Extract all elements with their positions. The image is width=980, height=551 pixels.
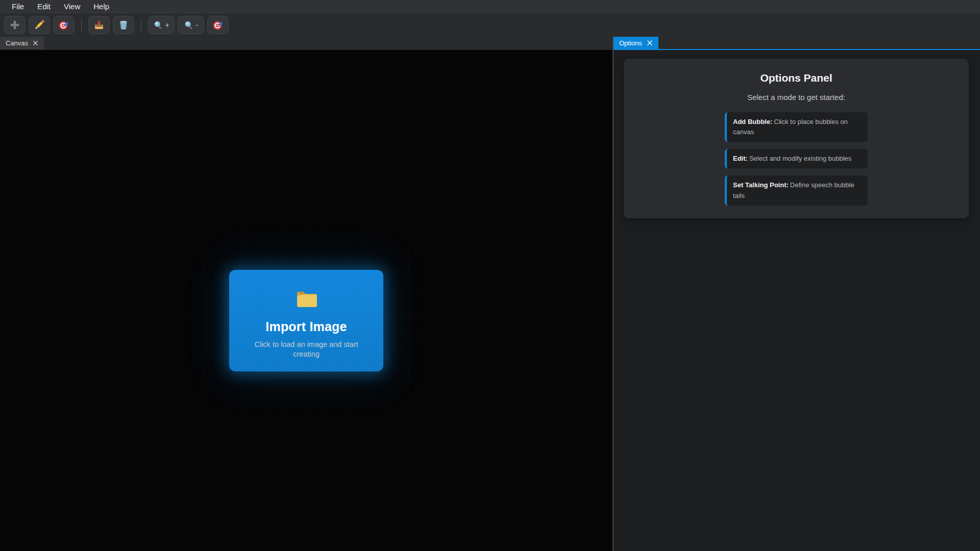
options-panel-subtitle: Select a mode to get started: bbox=[747, 93, 845, 102]
menu-file[interactable]: File bbox=[5, 0, 31, 13]
import-card-title: Import Image bbox=[265, 319, 347, 334]
canvas-tabstrip: Canvas bbox=[0, 37, 612, 50]
mode-edit: Edit:Select and modify existing bubbles bbox=[725, 149, 868, 168]
options-panel-body: Options Panel Select a mode to get start… bbox=[614, 50, 980, 551]
mode-add-bubble: Add Bubble:Click to place bubbles on can… bbox=[725, 112, 868, 142]
import-card-subtitle: Click to load an image and start creatin… bbox=[249, 340, 363, 360]
app-window: File Edit View Help bbox=[0, 0, 980, 551]
toolbar-separator bbox=[81, 18, 82, 32]
edit-mode-button[interactable] bbox=[29, 16, 50, 34]
mode-set-talking-point-label: Set Talking Point: bbox=[733, 181, 789, 189]
drawing-canvas[interactable]: Import Image Click to load an image and … bbox=[0, 50, 612, 551]
canvas-pane: Canvas Import Image bbox=[0, 37, 612, 551]
tab-canvas[interactable]: Canvas bbox=[0, 37, 44, 49]
mode-list: Add Bubble:Click to place bubbles on can… bbox=[725, 112, 868, 206]
close-icon[interactable] bbox=[647, 40, 653, 46]
target-icon bbox=[212, 19, 224, 31]
toolbar-separator bbox=[141, 18, 141, 32]
mode-edit-label: Edit: bbox=[733, 155, 748, 162]
talking-point-button[interactable] bbox=[53, 16, 75, 34]
zoom-out-button[interactable]: - bbox=[178, 16, 204, 34]
zoom-in-label: + bbox=[165, 21, 169, 29]
tab-options[interactable]: Options bbox=[614, 37, 658, 49]
add-bubble-button[interactable] bbox=[4, 16, 26, 34]
toolbar: + - bbox=[0, 13, 980, 37]
main-split: Canvas Import Image bbox=[0, 37, 980, 551]
menu-edit[interactable]: Edit bbox=[31, 0, 57, 13]
options-card: Options Panel Select a mode to get start… bbox=[624, 59, 969, 218]
folder-icon bbox=[295, 287, 318, 313]
target-icon bbox=[58, 19, 69, 31]
menu-view[interactable]: View bbox=[57, 0, 87, 13]
import-image-button[interactable] bbox=[88, 16, 110, 34]
inbox-import-icon bbox=[93, 19, 105, 31]
options-pane: Options Options Panel Select a mode to g… bbox=[614, 37, 980, 551]
mode-add-bubble-label: Add Bubble: bbox=[733, 118, 772, 126]
menu-bar: File Edit View Help bbox=[0, 0, 980, 13]
trash-icon bbox=[118, 19, 129, 31]
mode-edit-description: Select and modify existing bubbles bbox=[749, 155, 851, 162]
options-tabstrip: Options bbox=[614, 37, 980, 50]
delete-button[interactable] bbox=[113, 16, 134, 34]
tab-options-label: Options bbox=[619, 39, 642, 47]
options-panel-title: Options Panel bbox=[760, 72, 832, 84]
import-image-card[interactable]: Import Image Click to load an image and … bbox=[229, 270, 383, 371]
plus-icon bbox=[9, 19, 20, 31]
tab-canvas-label: Canvas bbox=[6, 39, 28, 47]
menu-help[interactable]: Help bbox=[87, 0, 116, 13]
zoom-in-button[interactable]: + bbox=[148, 16, 175, 34]
pencil-icon bbox=[34, 19, 45, 31]
magnifier-icon bbox=[184, 20, 194, 30]
mode-set-talking-point: Set Talking Point:Define speech bubble t… bbox=[725, 176, 868, 205]
magnifier-icon bbox=[153, 20, 163, 30]
reset-view-button[interactable] bbox=[207, 16, 229, 34]
close-icon[interactable] bbox=[33, 40, 38, 46]
zoom-out-label: - bbox=[195, 21, 198, 29]
